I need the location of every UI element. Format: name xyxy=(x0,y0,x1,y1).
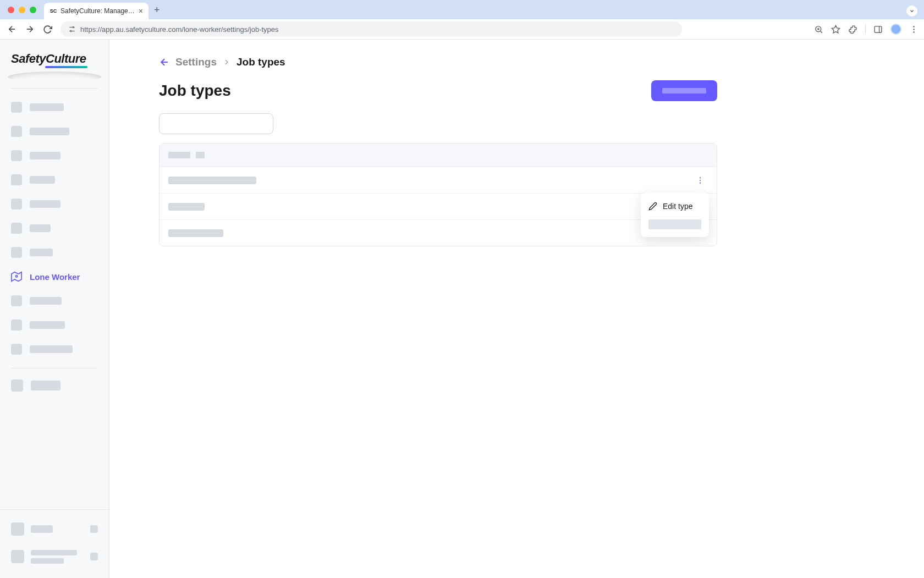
divider xyxy=(11,88,98,89)
browser-tab[interactable]: SC SafetyCulture: Manage Teams and... × xyxy=(44,3,148,19)
page-header: Job types xyxy=(159,80,717,101)
nav-label xyxy=(30,152,61,159)
nav-list: Lone Worker xyxy=(0,92,109,365)
window-close-button[interactable] xyxy=(8,7,14,13)
page-title: Job types xyxy=(159,82,231,100)
reload-button[interactable] xyxy=(41,23,54,36)
footer-label xyxy=(31,525,53,533)
url-text: https://app.au.safetyculture.com/lone-wo… xyxy=(80,25,279,34)
browser-chrome: SC SafetyCulture: Manage Teams and... × … xyxy=(0,0,924,40)
sort-icon[interactable] xyxy=(196,152,205,158)
main-content: Settings Job types Job types xyxy=(109,40,924,578)
nav-icon xyxy=(11,126,22,137)
bookmark-icon[interactable] xyxy=(831,25,840,34)
svg-point-7 xyxy=(70,30,72,31)
window-maximize-button[interactable] xyxy=(30,7,36,13)
breadcrumb-settings-link[interactable]: Settings xyxy=(175,56,217,68)
nav-label xyxy=(30,200,61,208)
nav-icon xyxy=(11,320,22,331)
chrome-actions xyxy=(814,24,919,35)
url-field[interactable]: https://app.au.safetyculture.com/lone-wo… xyxy=(61,21,682,37)
cell-value xyxy=(168,203,205,211)
sidebar-item[interactable] xyxy=(0,192,109,216)
search-input[interactable] xyxy=(159,113,273,134)
nav-icon xyxy=(11,295,22,306)
nav-icon xyxy=(11,379,23,392)
sidebar-item[interactable] xyxy=(0,337,109,361)
profile-avatar[interactable] xyxy=(890,24,901,35)
breadcrumb: Settings Job types xyxy=(159,56,717,68)
forward-button[interactable] xyxy=(23,23,36,36)
svg-point-16 xyxy=(913,29,915,30)
back-button[interactable] xyxy=(6,23,19,36)
tab-favicon: SC xyxy=(50,7,57,15)
sidebar-item[interactable] xyxy=(0,289,109,313)
extensions-icon[interactable] xyxy=(848,25,857,34)
window-controls xyxy=(8,7,36,13)
menu-item-label: Edit type xyxy=(663,202,692,211)
column-header[interactable] xyxy=(168,152,190,158)
nav-label xyxy=(30,249,53,256)
edit-type-menu-item[interactable]: Edit type xyxy=(641,196,709,216)
side-panel-icon[interactable] xyxy=(873,25,883,34)
table-row[interactable] xyxy=(160,219,717,246)
chevron-right-icon xyxy=(222,58,231,67)
svg-rect-13 xyxy=(875,26,882,32)
zoom-icon[interactable] xyxy=(814,25,823,34)
button-label xyxy=(662,88,706,93)
cell-value xyxy=(168,229,223,237)
footer-trail-icon xyxy=(90,553,98,560)
nav-icon xyxy=(11,344,22,355)
create-button[interactable] xyxy=(651,80,717,101)
nav-icon xyxy=(11,150,22,161)
job-types-table: Edit type xyxy=(159,143,717,246)
menu-item[interactable] xyxy=(648,219,701,229)
window-minimize-button[interactable] xyxy=(19,7,25,13)
sidebar-item[interactable] xyxy=(0,313,109,337)
nav-icon xyxy=(11,223,22,234)
site-settings-icon[interactable] xyxy=(68,25,76,33)
tab-close-button[interactable]: × xyxy=(139,7,143,15)
pencil-icon xyxy=(648,202,657,211)
footer-icon xyxy=(11,522,24,536)
new-tab-button[interactable]: + xyxy=(154,4,160,16)
sidebar-item[interactable] xyxy=(0,168,109,192)
sidebar-item-lone-worker[interactable]: Lone Worker xyxy=(0,265,109,289)
nav-label xyxy=(30,321,65,329)
footer-trail-icon xyxy=(90,525,98,533)
tabs-dropdown-button[interactable] xyxy=(906,5,917,16)
nav-label xyxy=(30,224,51,232)
footer-icon xyxy=(11,550,24,563)
sidebar-item[interactable] xyxy=(0,216,109,240)
sidebar-item[interactable] xyxy=(0,372,109,399)
chrome-menu-icon[interactable] xyxy=(909,25,919,34)
nav-label xyxy=(30,297,62,305)
svg-point-4 xyxy=(73,26,74,27)
footer-label xyxy=(31,550,77,555)
sidebar-item[interactable] xyxy=(0,95,109,119)
cell-value xyxy=(168,177,256,184)
nav-label xyxy=(31,381,61,390)
sidebar: SafetyCulture Lone Worker xyxy=(0,40,109,578)
sidebar-item[interactable] xyxy=(0,119,109,144)
svg-point-22 xyxy=(700,179,701,180)
breadcrumb-back-button[interactable] xyxy=(159,57,170,68)
nav-label: Lone Worker xyxy=(30,272,80,282)
svg-marker-12 xyxy=(832,25,839,32)
table-row[interactable] xyxy=(160,167,717,193)
table-row[interactable] xyxy=(160,193,717,219)
footer-sublabel xyxy=(31,558,64,564)
nav-label xyxy=(30,176,55,184)
sidebar-item[interactable] xyxy=(0,240,109,265)
sidebar-footer-item[interactable] xyxy=(0,515,109,543)
row-menu-button[interactable] xyxy=(694,174,707,187)
svg-point-21 xyxy=(700,177,701,178)
nav-icon xyxy=(11,174,22,185)
sidebar-footer-item[interactable] xyxy=(0,543,109,570)
logo[interactable]: SafetyCulture xyxy=(0,40,109,71)
svg-point-17 xyxy=(913,31,915,33)
sidebar-item[interactable] xyxy=(0,144,109,168)
nav-icon xyxy=(11,247,22,258)
nav-icon xyxy=(11,102,22,113)
tab-bar: SC SafetyCulture: Manage Teams and... × … xyxy=(0,0,924,19)
